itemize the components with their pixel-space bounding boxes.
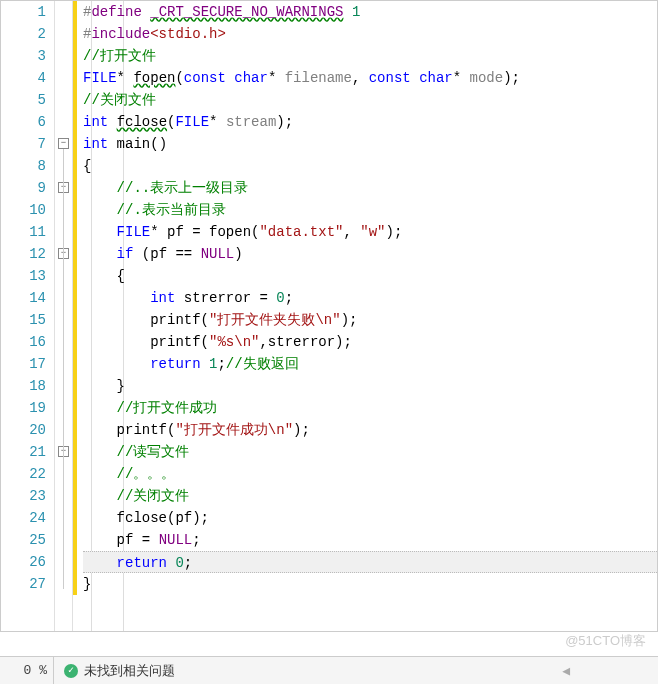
code-line[interactable]: //..表示上一级目录 (83, 177, 657, 199)
line-number: 6 (1, 111, 46, 133)
line-number: 18 (1, 375, 46, 397)
line-number: 17 (1, 353, 46, 375)
line-number: 13 (1, 265, 46, 287)
code-line[interactable]: printf("打开文件成功\n"); (83, 419, 657, 441)
code-line[interactable]: printf("打开文件夹失败\n"); (83, 309, 657, 331)
code-line[interactable]: } (83, 573, 657, 595)
code-line[interactable]: //打开文件成功 (83, 397, 657, 419)
watermark: @51CTO博客 (565, 632, 646, 650)
code-line[interactable]: { (83, 155, 657, 177)
line-number: 8 (1, 155, 46, 177)
fold-toggle[interactable]: − (58, 138, 69, 149)
line-number: 1 (1, 1, 46, 23)
code-line[interactable]: //关闭文件 (83, 89, 657, 111)
code-line[interactable]: int fclose(FILE* stream); (83, 111, 657, 133)
code-line[interactable]: #define _CRT_SECURE_NO_WARNINGS 1 (83, 1, 657, 23)
check-icon: ✓ (64, 664, 78, 678)
line-number: 14 (1, 287, 46, 309)
line-number: 27 (1, 573, 46, 595)
code-line[interactable]: int main() (83, 133, 657, 155)
line-number: 26 (1, 551, 46, 573)
line-number-gutter: 1234567891011121314151617181920212223242… (1, 1, 55, 631)
status-message: 未找到相关问题 (84, 662, 175, 680)
line-number: 22 (1, 463, 46, 485)
code-line[interactable]: fclose(pf); (83, 507, 657, 529)
line-number: 19 (1, 397, 46, 419)
line-number: 25 (1, 529, 46, 551)
status-bar: 0 % ✓ 未找到相关问题 ◀ (0, 656, 658, 684)
code-line[interactable]: int strerror = 0; (83, 287, 657, 309)
code-editor[interactable]: 1234567891011121314151617181920212223242… (0, 0, 658, 632)
code-line[interactable]: //打开文件 (83, 45, 657, 67)
prev-arrow-icon[interactable]: ◀ (554, 663, 578, 679)
line-number: 21 (1, 441, 46, 463)
code-line[interactable]: //关闭文件 (83, 485, 657, 507)
code-line[interactable]: //.表示当前目录 (83, 199, 657, 221)
line-number: 16 (1, 331, 46, 353)
change-mark (73, 1, 77, 595)
line-number: 10 (1, 199, 46, 221)
line-number: 23 (1, 485, 46, 507)
line-number: 20 (1, 419, 46, 441)
code-line[interactable]: printf("%s\n",strerror); (83, 331, 657, 353)
line-number: 24 (1, 507, 46, 529)
line-number: 4 (1, 67, 46, 89)
code-line[interactable]: #include<stdio.h> (83, 23, 657, 45)
fold-column: −−−− (55, 1, 73, 631)
line-number: 12 (1, 243, 46, 265)
code-line[interactable]: return 0; (83, 551, 657, 573)
code-line[interactable]: FILE* pf = fopen("data.txt", "w"); (83, 221, 657, 243)
line-number: 3 (1, 45, 46, 67)
code-area[interactable]: #define _CRT_SECURE_NO_WARNINGS 1#includ… (79, 1, 657, 631)
line-number: 9 (1, 177, 46, 199)
line-number: 11 (1, 221, 46, 243)
code-line[interactable]: pf = NULL; (83, 529, 657, 551)
line-number: 5 (1, 89, 46, 111)
status-percent: 0 % (0, 657, 54, 684)
code-line[interactable]: if (pf == NULL) (83, 243, 657, 265)
line-number: 2 (1, 23, 46, 45)
code-line[interactable]: { (83, 265, 657, 287)
code-line[interactable]: //读写文件 (83, 441, 657, 463)
code-line[interactable]: } (83, 375, 657, 397)
code-line[interactable]: //。。。 (83, 463, 657, 485)
code-line[interactable]: return 1;//失败返回 (83, 353, 657, 375)
line-number: 7 (1, 133, 46, 155)
code-line[interactable]: FILE* fopen(const char* filename, const … (83, 67, 657, 89)
line-number: 15 (1, 309, 46, 331)
